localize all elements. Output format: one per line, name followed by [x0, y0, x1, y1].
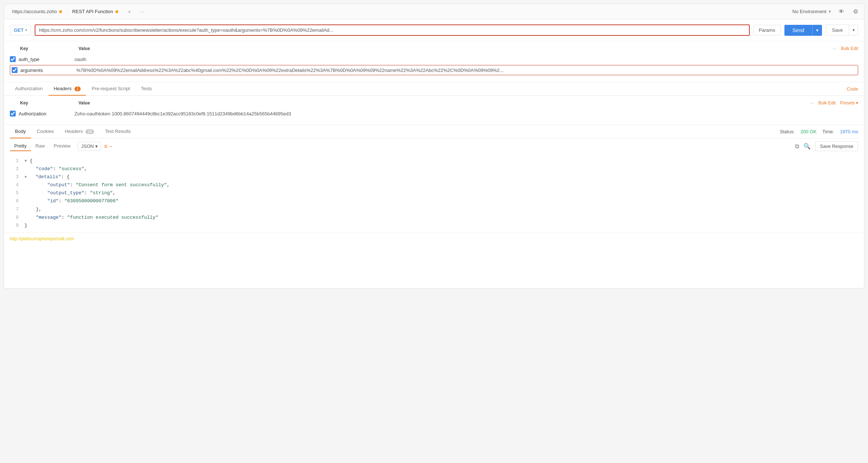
tab-authorization[interactable]: Authorization — [10, 82, 48, 96]
tab-label-accounts: https://accounts.zoho — [12, 9, 57, 14]
params-bulk-edit[interactable]: Bulk Edit — [841, 46, 858, 51]
save-arrow-button[interactable]: ▾ — [850, 25, 858, 35]
env-arrow-icon: ▾ — [829, 9, 831, 14]
save-button-group: Save ▾ — [826, 24, 858, 36]
resp-tab-headers[interactable]: Headers 18 — [60, 125, 99, 138]
format-tab-raw[interactable]: Raw — [31, 141, 49, 151]
wrap-icon[interactable]: ≡→ — [104, 143, 113, 150]
format-tabs: Pretty Raw Preview — [10, 141, 75, 151]
time-label: Time: — [822, 129, 834, 134]
headers-more-icon[interactable]: ··· — [810, 100, 814, 106]
footer: http://platinumsphereportrait.com — [4, 233, 864, 244]
json-format-arrow-icon: ▾ — [95, 144, 98, 149]
tab-headers[interactable]: Headers 1 — [49, 82, 86, 96]
headers-col-key: Key — [20, 100, 78, 106]
param-key-auth-type: auth_type — [19, 57, 72, 62]
header-value-authorization: Zoho-oauthtoken 1000.8607494449c8bc1e392… — [74, 111, 858, 116]
json-line-4: 4 "output": "Consent form sent successfu… — [10, 181, 858, 189]
save-response-button[interactable]: Save Response — [815, 141, 858, 151]
tab-tests[interactable]: Tests — [136, 82, 157, 96]
tab-pre-request-script[interactable]: Pre-request Script — [87, 82, 135, 96]
tab-dot-rest — [115, 10, 118, 13]
presets-button[interactable]: Presets ▾ — [840, 100, 858, 106]
json-line-7: 7 }, — [10, 206, 858, 214]
tab-accounts-zoho[interactable]: https://accounts.zoho — [8, 7, 66, 16]
collapse-1[interactable]: ▼ — [24, 159, 27, 163]
settings-icon-button[interactable]: ⚙ — [852, 7, 860, 16]
format-tab-preview[interactable]: Preview — [49, 141, 75, 151]
send-button[interactable]: Send — [784, 25, 813, 36]
json-format-label: JSON — [81, 144, 94, 149]
footer-link[interactable]: http://platinumsphereportrait.com — [10, 236, 74, 241]
json-line-2: 2 "code": "success", — [10, 165, 858, 173]
eye-icon-button[interactable]: 👁 — [837, 8, 846, 16]
response-toolbar: Pretty Raw Preview JSON ▾ ≡→ ⧉ 🔍 Save Re… — [10, 138, 858, 154]
param-row-arguments: arguments %7B%0D%0A%09%22emailAddress%22… — [10, 65, 858, 75]
json-line-6: 6 "id": "63095000000077006" — [10, 197, 858, 205]
response-status-bar: Status: 200 OK Time: 1970 ms — [780, 129, 858, 134]
params-button[interactable]: Params — [753, 25, 781, 35]
tab-rest-api[interactable]: REST API Function — [69, 7, 122, 16]
json-line-3: 3 ▼ "details": { — [10, 173, 858, 181]
code-link[interactable]: Code — [847, 83, 858, 95]
header-key-authorization: Authorization — [19, 111, 72, 116]
tab-more-button[interactable]: ··· — [137, 7, 147, 16]
method-arrow-icon: ▾ — [25, 28, 27, 32]
url-text: https://crm.zoho.com/crm/v2/functions/su… — [39, 27, 333, 33]
environment-selector[interactable]: No Environment ▾ — [792, 9, 831, 14]
time-value: 1970 ms — [840, 129, 858, 134]
presets-arrow-icon: ▾ — [856, 100, 858, 106]
status-value: 200 OK — [800, 129, 817, 134]
resp-tab-cookies[interactable]: Cookies — [32, 125, 59, 138]
params-col-value: Value — [78, 46, 833, 51]
params-section: Key Value ··· Bulk Edit auth_type oauth … — [4, 41, 864, 82]
status-label: Status: — [780, 129, 795, 134]
tab-label-rest: REST API Function — [72, 9, 113, 14]
headers-badge: 1 — [74, 87, 81, 91]
tab-add-button[interactable]: + — [125, 7, 134, 16]
headers-col-value: Value — [78, 100, 810, 106]
param-row-auth-type: auth_type oauth — [10, 54, 858, 64]
params-col-key: Key — [20, 46, 78, 51]
format-tab-pretty[interactable]: Pretty — [10, 141, 31, 151]
header-checkbox-authorization[interactable] — [10, 111, 16, 116]
headers-actions: ··· Bulk Edit Presets ▾ — [810, 100, 858, 106]
resp-tab-body[interactable]: Body — [10, 125, 31, 138]
app-container: https://accounts.zoho REST API Function … — [4, 4, 864, 288]
presets-label: Presets — [840, 100, 855, 106]
headers-section: Key Value ··· Bulk Edit Presets ▾ Author… — [4, 96, 864, 125]
collapse-3[interactable]: ▼ — [24, 175, 27, 179]
search-icon[interactable]: 🔍 — [803, 143, 811, 150]
json-line-9: 9 } — [10, 222, 858, 230]
param-value-arguments: %7B%0D%0A%09%22emailAddress%22%3A%22abc%… — [76, 68, 856, 73]
resp-headers-badge: 18 — [85, 129, 94, 134]
url-section: GET ▾ https://crm.zoho.com/crm/v2/functi… — [4, 19, 864, 41]
method-label: GET — [14, 27, 24, 33]
send-arrow-button[interactable]: ▾ — [812, 25, 822, 36]
env-label: No Environment — [792, 9, 826, 14]
headers-bulk-edit[interactable]: Bulk Edit — [818, 100, 836, 106]
top-right-controls: No Environment ▾ 👁 ⚙ — [792, 7, 860, 16]
json-line-1: 1 ▼ { — [10, 157, 858, 165]
params-header: Key Value ··· Bulk Edit — [10, 44, 858, 54]
json-format-selector[interactable]: JSON ▾ — [78, 142, 101, 151]
request-tabs: Authorization Headers 1 Pre-request Scri… — [4, 82, 864, 96]
param-checkbox-auth-type[interactable] — [10, 56, 16, 62]
params-header-actions: ··· Bulk Edit — [833, 46, 858, 51]
headers-header: Key Value ··· Bulk Edit Presets ▾ — [10, 99, 858, 108]
resp-tab-test-results[interactable]: Test Results — [100, 125, 136, 138]
method-selector[interactable]: GET ▾ — [10, 25, 31, 35]
param-key-arguments: arguments — [20, 68, 73, 73]
json-line-8: 8 "message": "function executed successf… — [10, 214, 858, 222]
json-line-5: 5 "output_type": "string", — [10, 189, 858, 197]
header-row-authorization: Authorization Zoho-oauthtoken 1000.86074… — [10, 108, 858, 119]
param-checkbox-arguments[interactable] — [12, 67, 18, 73]
tab-bar: https://accounts.zoho REST API Function … — [4, 4, 864, 19]
response-actions: ⧉ 🔍 Save Response — [795, 141, 858, 151]
send-button-group: Send ▾ — [784, 25, 822, 36]
url-input[interactable]: https://crm.zoho.com/crm/v2/functions/su… — [35, 24, 750, 36]
param-value-auth-type: oauth — [74, 57, 858, 62]
copy-icon[interactable]: ⧉ — [795, 143, 799, 150]
params-more-icon[interactable]: ··· — [833, 46, 837, 51]
save-button[interactable]: Save — [826, 24, 849, 36]
